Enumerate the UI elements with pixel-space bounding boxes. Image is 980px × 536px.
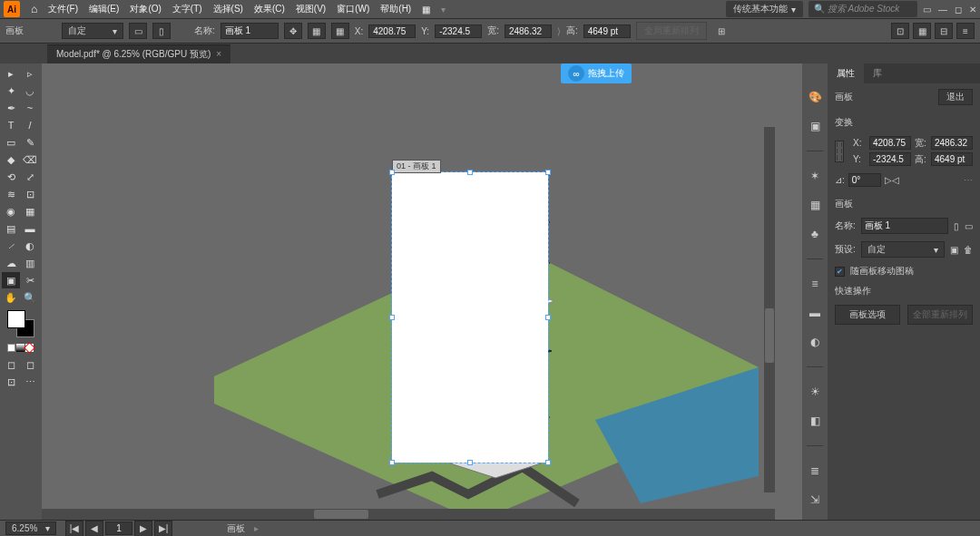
gradient-panel-icon[interactable]: ▬ — [807, 307, 823, 319]
scale-tool-icon[interactable]: ⤢ — [21, 169, 39, 185]
artboard-name-input[interactable]: 画板 1 — [220, 23, 279, 39]
zoom-dropdown[interactable]: 6.25%▾ — [5, 521, 56, 535]
gradient-tool-icon[interactable]: ▬ — [21, 220, 39, 237]
stroke-panel-icon[interactable]: ≡ — [807, 278, 823, 290]
fill-stroke-swatch[interactable] — [7, 310, 34, 337]
menu-select[interactable]: 选择(S) — [213, 3, 243, 15]
tab-properties[interactable]: 属性 — [828, 63, 864, 83]
shaper-tool-icon[interactable]: ◆ — [2, 151, 20, 168]
artboard-bounds[interactable]: 01 - 画板 1 — [392, 172, 548, 463]
shape-builder-tool-icon[interactable]: ◉ — [2, 203, 20, 219]
artboard-options-button[interactable]: 画板选项 — [835, 305, 900, 325]
menu-edit[interactable]: 编辑(E) — [89, 3, 119, 15]
orient-portrait-icon[interactable]: ▯ — [152, 23, 171, 39]
transparency-panel-icon[interactable]: ◐ — [807, 336, 823, 348]
lasso-tool-icon[interactable]: ◡ — [21, 83, 39, 99]
menu-type[interactable]: 文字(T) — [172, 3, 202, 15]
selection-tool-icon[interactable]: ▸ — [2, 65, 20, 82]
symbols-panel-icon[interactable]: ♣ — [807, 228, 823, 240]
ref-point2-icon[interactable]: ▦ — [331, 23, 349, 39]
arrange-icon[interactable]: ⊟ — [935, 23, 953, 39]
nav-last-icon[interactable]: ▶| — [154, 521, 172, 537]
grid-icon[interactable]: ▦ — [913, 23, 931, 39]
tab-libraries[interactable]: 库 — [864, 63, 891, 83]
prop-angle-input[interactable]: 0° — [848, 173, 881, 187]
brush-tool-icon[interactable]: ✎ — [21, 134, 39, 151]
blend-tool-icon[interactable]: ◐ — [21, 238, 39, 254]
symbol-tool-icon[interactable]: ☁ — [2, 255, 20, 271]
menu-extra-icon[interactable]: ▦ — [422, 5, 430, 15]
window-maximize-icon[interactable]: ◻ — [955, 5, 962, 15]
hand-tool-icon[interactable]: ✋ — [2, 289, 20, 306]
ref-point-icon[interactable]: ▦ — [308, 23, 326, 39]
swatches-panel-icon[interactable]: ▦ — [807, 199, 823, 211]
nav-prev-icon[interactable]: ◀ — [85, 521, 103, 537]
align-icon[interactable]: ⊞ — [712, 23, 730, 39]
window-close-icon[interactable]: ✕ — [969, 5, 976, 15]
window-arrange-icon[interactable]: ▭ — [923, 5, 931, 15]
prop-h-input[interactable]: 4649 pt — [931, 152, 973, 166]
w-input[interactable]: 2486.32 — [505, 24, 552, 38]
artboard-name-input-panel[interactable]: 画板 1 — [861, 218, 948, 234]
horizontal-scrollbar[interactable] — [42, 509, 775, 520]
pen-tool-icon[interactable]: ✒ — [2, 100, 20, 116]
upload-badge[interactable]: ∞ 拖拽上传 — [561, 63, 632, 83]
screen-mode-icon[interactable]: ⊡ — [2, 374, 20, 390]
rearrange-all-button-panel[interactable]: 全部重新排列 — [907, 305, 973, 325]
window-minimize-icon[interactable]: — — [938, 5, 947, 15]
vertical-scrollbar[interactable] — [764, 127, 775, 492]
artboard-index-input[interactable]: 1 — [105, 521, 132, 535]
delete-artboard-icon[interactable]: 🗑 — [964, 245, 973, 255]
menu-window[interactable]: 窗口(W) — [337, 3, 369, 15]
move-with-art-icon[interactable]: ✥ — [284, 23, 302, 39]
tab-close-icon[interactable]: × — [216, 49, 221, 59]
width-tool-icon[interactable]: ≋ — [2, 186, 20, 202]
artboard-tool-icon[interactable]: ▣ — [2, 272, 20, 288]
menu-help[interactable]: 帮助(H) — [380, 3, 411, 15]
y-input[interactable]: -2324.5 — [435, 24, 482, 38]
setup-icon[interactable]: ⊡ — [891, 23, 909, 39]
canvas[interactable]: 01 - 画板 1 ∞ 拖拽上传 — [42, 63, 802, 520]
curvature-tool-icon[interactable]: ~ — [21, 100, 39, 116]
flip-h-icon[interactable]: ▷◁ — [885, 175, 899, 185]
menu-file[interactable]: 文件(F) — [48, 3, 78, 15]
orient-portrait-icon-panel[interactable]: ▯ — [954, 221, 959, 231]
brushes-panel-icon[interactable]: ✶ — [807, 170, 823, 182]
eraser-tool-icon[interactable]: ⌫ — [21, 151, 39, 168]
nav-first-icon[interactable]: |◀ — [65, 521, 83, 537]
appearance-panel-icon[interactable]: ☀ — [807, 385, 823, 398]
graphic-styles-panel-icon[interactable]: ◧ — [807, 414, 823, 427]
menu-icon[interactable]: ≡ — [956, 23, 975, 39]
eyedropper-tool-icon[interactable]: ⟋ — [2, 238, 20, 254]
reference-point-grid[interactable] — [835, 141, 844, 162]
type-tool-icon[interactable]: T — [2, 117, 20, 133]
preset-dropdown-panel[interactable]: 自定▾ — [861, 241, 945, 258]
exit-isolation-button[interactable]: 退出 — [938, 89, 973, 105]
layers-panel-icon[interactable]: ≣ — [807, 464, 823, 477]
edit-toolbar-icon[interactable]: ⋯ — [21, 374, 39, 390]
rect-tool-icon[interactable]: ▭ — [2, 134, 20, 151]
move-art-checkbox-row[interactable]: ✔ 随画板移动图稿 — [835, 265, 973, 278]
graph-tool-icon[interactable]: ▥ — [21, 255, 39, 271]
mesh-tool-icon[interactable]: ▤ — [2, 220, 20, 237]
orient-landscape-icon-panel[interactable]: ▭ — [965, 221, 973, 231]
rotate-tool-icon[interactable]: ⟲ — [2, 169, 20, 185]
new-artboard-icon[interactable]: ▣ — [950, 245, 958, 255]
line-tool-icon[interactable]: / — [21, 117, 39, 133]
nav-next-icon[interactable]: ▶ — [134, 521, 152, 537]
x-input[interactable]: 4208.75 — [368, 24, 416, 38]
prop-x-input[interactable]: 4208.75 — [869, 136, 911, 150]
prop-w-input[interactable]: 2486.32 — [931, 136, 973, 150]
zoom-tool-icon[interactable]: 🔍 — [21, 289, 39, 306]
asset-export-panel-icon[interactable]: ⇲ — [807, 493, 823, 506]
draw-mode-behind-icon[interactable]: ◻ — [21, 356, 39, 373]
h-input[interactable]: 4649 pt — [583, 24, 631, 38]
magic-wand-tool-icon[interactable]: ✦ — [2, 83, 20, 99]
menu-object[interactable]: 对象(O) — [130, 3, 161, 15]
workspace-dropdown[interactable]: 传统基本功能▾ — [726, 1, 803, 17]
color-mode-row[interactable] — [7, 344, 34, 352]
search-stock-input[interactable]: 🔍 搜索 Adobe Stock — [808, 1, 917, 17]
home-icon[interactable]: ⌂ — [31, 3, 37, 15]
free-transform-tool-icon[interactable]: ⊡ — [21, 186, 39, 202]
menu-effect[interactable]: 效果(C) — [254, 3, 285, 15]
